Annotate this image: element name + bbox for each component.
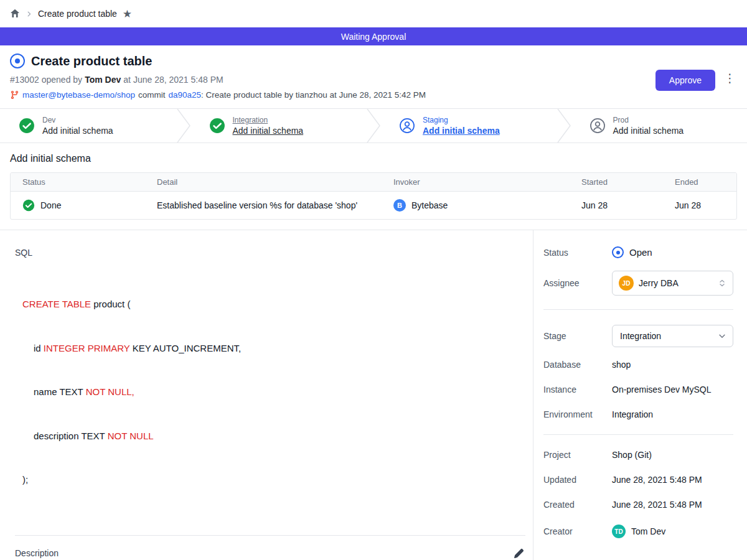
task-table: Status Detail Invoker Started Ended Done… [10, 172, 737, 220]
issue-header: Create product table #13002 opened by To… [0, 45, 747, 108]
status-row: Status Open [543, 246, 733, 258]
stage-task-link[interactable]: Add initial schema [233, 126, 304, 136]
updated-label: Updated [543, 475, 612, 485]
issue-id: #13002 [10, 75, 39, 85]
instance-row: Instance On-premises Dev MySQL [543, 385, 733, 394]
description-label: Description [15, 548, 59, 558]
approval-banner: Waiting Approval [0, 27, 747, 45]
pipeline-stage-staging[interactable]: Staging Add initial schema [380, 109, 557, 142]
creator-label: Creator [543, 526, 612, 536]
updated-value: June 28, 2021 5:48 PM [612, 475, 702, 485]
database-row: Database shop [543, 360, 733, 370]
assignee-row: Assignee JD Jerry DBA [543, 271, 733, 296]
environment-row: Environment Integration [543, 409, 733, 419]
created-row: Created June 28, 2021 5:48 PM [543, 500, 733, 510]
project-label: Project [543, 450, 612, 460]
sql-code-block: CREATE TABLE product ( id INTEGER PRIMAR… [22, 268, 525, 516]
status-value: Open [629, 247, 652, 258]
invoker-name: Bytebase [411, 200, 448, 210]
sql-line: id INTEGER PRIMARY KEY AUTO_INCREMENT, [22, 341, 525, 356]
task-section: Add initial schema Status Detail Invoker… [0, 143, 747, 230]
chevron-down-icon [718, 332, 726, 340]
pipeline-stage-prod[interactable]: Prod Add initial schema [571, 109, 747, 142]
stage-separator [367, 109, 380, 142]
column-header-ended: Ended [663, 177, 736, 187]
column-header-status: Status [11, 177, 145, 187]
at-text: at [123, 75, 131, 85]
task-detail-cell: Established baseline version %s for data… [145, 200, 382, 210]
table-row: Done Established baseline version %s for… [11, 192, 736, 219]
sql-line: CREATE TABLE product ( [22, 297, 525, 312]
check-circle-icon [209, 118, 225, 134]
assignee-select[interactable]: JD Jerry DBA [612, 271, 733, 296]
commit-message: : Create product table by tianzhou at Ju… [201, 90, 426, 100]
up-down-chevrons-icon [718, 279, 726, 287]
opened-at-timestamp: June 28, 2021 5:48 PM [133, 75, 223, 85]
approve-button[interactable]: Approve [655, 70, 715, 91]
environment-label: Environment [543, 409, 612, 419]
home-icon[interactable] [10, 9, 20, 19]
pipeline-stage-integration[interactable]: Integration Add initial schema [190, 109, 367, 142]
column-header-started: Started [570, 177, 663, 187]
sidebar-divider [543, 309, 733, 310]
task-status-cell: Done [11, 199, 145, 212]
task-table-header: Status Detail Invoker Started Ended [11, 173, 736, 192]
open-status-icon [612, 246, 624, 258]
sql-line: ); [22, 472, 525, 487]
branch-link[interactable]: master@bytebase-demo/shop [22, 90, 135, 100]
project-value: Shop (Git) [612, 450, 652, 460]
issue-header-main: Create product table #13002 opened by To… [10, 54, 426, 100]
kebab-menu-icon[interactable] [723, 70, 737, 86]
section-divider [15, 535, 525, 536]
assignee-person-icon [399, 118, 415, 134]
task-section-title: Add initial schema [0, 153, 747, 164]
issue-title: Create product table [31, 54, 152, 68]
instance-label: Instance [543, 385, 612, 394]
star-icon[interactable] [123, 9, 132, 19]
issue-sidebar: Status Open Assignee JD Jerry DBA [533, 230, 747, 560]
stage-task-link[interactable]: Add initial schema [613, 126, 684, 136]
created-label: Created [543, 500, 612, 510]
stage-name: Dev [42, 116, 113, 124]
task-status-text: Done [40, 200, 61, 210]
created-value: June 28, 2021 5:48 PM [612, 500, 702, 510]
stage-name[interactable]: Integration [233, 116, 304, 124]
opened-by-text: opened by [42, 75, 82, 85]
commit-hash-link[interactable]: da90a25 [169, 90, 202, 100]
stage-select[interactable]: Integration [612, 325, 733, 347]
pending-person-icon [590, 118, 606, 134]
stage-task-link[interactable]: Add initial schema [423, 126, 500, 136]
commit-word: commit [138, 90, 166, 100]
bytebase-avatar: B [393, 199, 406, 212]
column-header-detail: Detail [145, 177, 382, 187]
sql-line: name TEXT NOT NULL, [22, 385, 525, 399]
stage-label: Stage [543, 331, 612, 341]
stage-name: Prod [613, 116, 684, 124]
check-circle-icon [22, 199, 35, 212]
breadcrumb-title[interactable]: Create product table [38, 9, 117, 19]
creator-name: Tom Dev [631, 526, 665, 536]
creator-avatar: TD [612, 525, 626, 538]
edit-description-button[interactable] [512, 547, 525, 560]
assignee-avatar: JD [619, 276, 634, 291]
pipeline-stage-dev[interactable]: Dev Add initial schema [0, 109, 177, 142]
database-label: Database [543, 360, 612, 370]
issue-meta: #13002 opened by Tom Dev at June 28, 202… [10, 75, 426, 85]
pipeline-stages: Dev Add initial schema Integration Add i… [0, 108, 747, 143]
breadcrumb: Create product table [0, 0, 747, 27]
bytebase-issue-page: Create product table Waiting Approval Cr… [0, 0, 747, 560]
stage-separator [557, 109, 571, 142]
main-content: SQL CREATE TABLE product ( id INTEGER PR… [0, 230, 747, 560]
stage-task-link[interactable]: Add initial schema [42, 126, 113, 136]
creator-row: Creator TD Tom Dev [543, 525, 733, 538]
open-status-icon [10, 54, 25, 68]
updated-row: Updated June 28, 2021 5:48 PM [543, 475, 733, 485]
task-ended-cell: Jun 28 [663, 200, 736, 210]
git-branch-icon [10, 90, 19, 100]
issue-body: SQL CREATE TABLE product ( id INTEGER PR… [0, 230, 533, 560]
sidebar-divider [543, 434, 733, 435]
sql-section-label: SQL [15, 248, 525, 258]
task-invoker-cell: B Bytebase [382, 199, 570, 212]
stage-name[interactable]: Staging [423, 116, 500, 124]
chevron-right-icon [26, 11, 32, 17]
